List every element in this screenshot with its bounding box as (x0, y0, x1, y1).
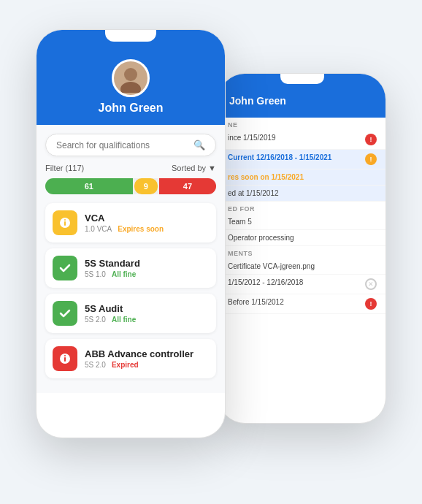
qual-card-abb[interactable]: ABB Advance controller 5S 2.0 Expired (45, 339, 216, 378)
back-row-2: Current 12/16/2018 - 1/15/2021 ! (219, 150, 385, 169)
qual-icon-abb (53, 346, 77, 371)
front-notch (105, 30, 156, 42)
phone-back: John Green NE ince 1/15/2019 ! Current 1… (218, 73, 386, 424)
svg-point-0 (124, 68, 137, 81)
qualifications-list: VCA 1.0 VCA Expires soon 5S Standard (45, 203, 216, 378)
back-header-name: John Green (229, 95, 286, 107)
svg-point-1 (120, 82, 141, 93)
qual-info-5s-audit: 5S Audit 5S 2.0 All fine (85, 303, 209, 324)
back-row-6: Team 5 (219, 214, 385, 230)
qual-meta-5s-standard: 5S 1.0 All fine (85, 270, 209, 278)
qual-icon-5s-audit (53, 301, 77, 326)
qual-name-vca: VCA (85, 213, 209, 224)
progress-bar: 61 9 47 (45, 178, 216, 194)
back-row-4: ed at 1/15/2012 (219, 186, 385, 202)
front-header-name: John Green (99, 102, 164, 115)
qual-name-5s-audit: 5S Audit (85, 303, 209, 314)
app-scene: John Green NE ince 1/15/2019 ! Current 1… (21, 15, 401, 489)
qual-card-5s-standard[interactable]: 5S Standard 5S 1.0 All fine (45, 248, 216, 288)
filter-label: Filter (117) (45, 164, 84, 172)
qual-status-vca: Expires soon (118, 225, 164, 233)
warning-icon-1: ! (365, 134, 377, 145)
qual-meta-abb: 5S 2.0 Expired (85, 361, 209, 369)
back-section-ments: ments (219, 246, 385, 259)
front-header: John Green (37, 30, 225, 125)
progress-green: 61 (45, 178, 133, 194)
warning-icon-2: ! (365, 153, 377, 165)
qual-info-vca: VCA 1.0 VCA Expires soon (85, 213, 209, 233)
back-row-10: 1/15/2012 - 12/16/2018 ✕ (219, 275, 385, 294)
qual-card-vca[interactable]: VCA 1.0 VCA Expires soon (45, 203, 216, 243)
back-row-11: Before 1/15/2012 ! (219, 294, 385, 314)
filter-row: Filter (117) Sorted by ▼ (45, 164, 216, 172)
sorted-by[interactable]: Sorted by ▼ (172, 164, 216, 172)
qual-info-abb: ABB Advance controller 5S 2.0 Expired (85, 348, 209, 369)
qual-name-abb: ABB Advance controller (85, 348, 209, 359)
qual-icon-vca (53, 210, 77, 235)
search-input[interactable] (56, 140, 193, 150)
back-row-7: Operator processing (219, 230, 385, 246)
qual-status-abb: Expired (112, 361, 139, 369)
qual-icon-5s-standard (53, 256, 77, 280)
progress-yellow: 9 (134, 178, 158, 194)
back-content: NE ince 1/15/2019 ! Current 12/16/2018 -… (219, 118, 385, 314)
qual-status-5s-standard: All fine (112, 270, 136, 278)
phone-front: John Green 🔍 Filter (117) Sorted by ▼ 61 (36, 29, 226, 438)
back-section-for: ed for (219, 202, 385, 214)
search-bar[interactable]: 🔍 (45, 134, 216, 156)
search-icon: 🔍 (193, 140, 205, 150)
qual-info-5s-standard: 5S Standard 5S 1.0 All fine (85, 258, 209, 278)
progress-red: 47 (159, 178, 216, 194)
qual-card-5s-audit[interactable]: 5S Audit 5S 2.0 All fine (45, 294, 216, 333)
qual-meta-5s-audit: 5S 2.0 All fine (85, 316, 209, 324)
back-section-ne: NE (219, 118, 385, 130)
ok-icon: ✕ (365, 278, 377, 290)
back-row-3: res soon on 1/15/2021 (219, 169, 385, 186)
back-notch (280, 74, 324, 84)
front-body: 🔍 Filter (117) Sorted by ▼ 61 9 47 (37, 125, 225, 393)
qual-name-5s-standard: 5S Standard (85, 258, 209, 269)
warning-icon-11: ! (365, 298, 377, 310)
qual-status-5s-audit: All fine (112, 316, 136, 324)
avatar (112, 59, 150, 97)
back-row-1: ince 1/15/2019 ! (219, 130, 385, 150)
back-row-9: Certificate VCA-jgreen.png (219, 259, 385, 275)
qual-meta-vca: 1.0 VCA Expires soon (85, 225, 209, 233)
chevron-down-icon: ▼ (208, 164, 216, 172)
